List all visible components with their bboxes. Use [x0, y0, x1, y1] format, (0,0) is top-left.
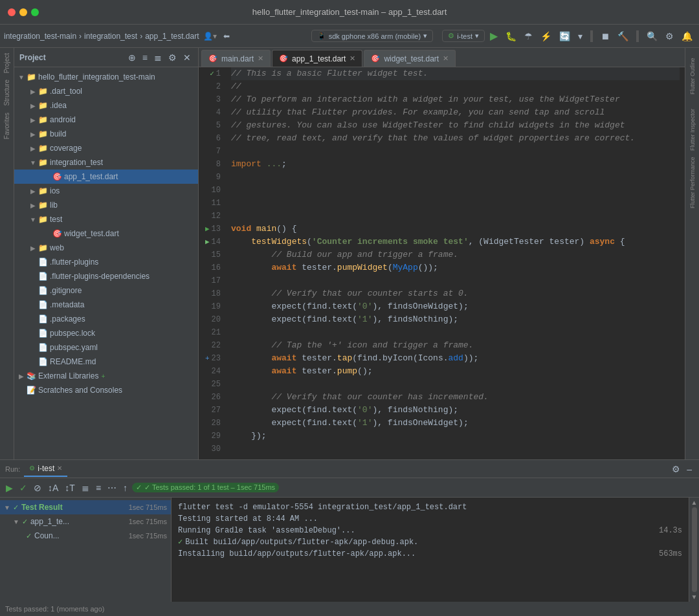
tree-ios[interactable]: ▶ 📁 ios — [14, 184, 198, 198]
console-output[interactable]: flutter test -d emulator-5554 integratio… — [172, 498, 689, 602]
close-button[interactable] — [8, 8, 16, 16]
run-tab-itest[interactable]: ⚙ i-test ✕ — [24, 461, 67, 477]
tree-android[interactable]: ▶ 📁 android — [14, 113, 198, 127]
tree-idea[interactable]: ▶ 📁 .idea — [14, 98, 198, 113]
run-config-selector[interactable]: ⚙ i-test ▾ — [442, 30, 485, 42]
gutter-ok-1[interactable]: ✓ — [210, 67, 214, 80]
tree-pubspec-yaml[interactable]: 📄 pubspec.yaml — [14, 340, 198, 355]
run-panel-settings[interactable]: ⚙ — [670, 463, 682, 476]
tree-build[interactable]: ▶ 📁 build — [14, 127, 198, 141]
settings-button[interactable]: ⚙ — [663, 30, 676, 43]
minimize-button[interactable] — [19, 8, 27, 16]
maximize-button[interactable] — [31, 8, 39, 16]
window-controls[interactable] — [8, 8, 39, 16]
profiler-nav-tab[interactable]: Profiler — [244, 602, 280, 617]
dart-analysis-nav-tab[interactable]: 🎯 Dart Analysis — [280, 602, 345, 617]
test-check-btn[interactable]: ✓ — [17, 481, 29, 494]
tree-web[interactable]: ▶ 📁 web — [14, 241, 198, 255]
scroll-down-btn[interactable]: ▼ — [691, 593, 698, 600]
coverage-button[interactable]: ☂ — [522, 30, 535, 43]
vcs-button[interactable]: ⬅ — [221, 30, 232, 42]
phone-icon: 📱 — [317, 32, 326, 40]
device-selector[interactable]: 📱 sdk gphone x86 arm (mobile) ▾ — [311, 30, 433, 42]
tests-passed-status[interactable]: ✓ Tests passed: 1 — [5, 604, 70, 615]
gutter-add-23[interactable]: + — [205, 352, 210, 365]
tree-dart-tool[interactable]: ▶ 📁 .dart_tool — [14, 84, 198, 98]
run-nav-tab[interactable]: ▶ Run — [75, 602, 108, 617]
tree-integration-test[interactable]: ▼ 📁 integration_test — [14, 155, 198, 170]
sort-duration-btn[interactable]: ↕T — [63, 481, 77, 494]
run-again-btn[interactable]: ▶ — [4, 481, 15, 494]
updates-button[interactable]: 🔔 — [679, 30, 695, 43]
test-result-counter[interactable]: ✓ Coun... 1sec 715ms — [0, 529, 171, 543]
collapse-all-btn[interactable]: ≡ — [94, 481, 103, 494]
filter-btn[interactable]: ⋯ — [105, 481, 118, 494]
run-panel-close[interactable]: – — [685, 463, 694, 476]
event-log-btn[interactable]: Event Log — [661, 606, 694, 613]
breadcrumb-file[interactable]: app_1_test.dart — [145, 32, 199, 41]
tree-coverage[interactable]: ▶ 📁 coverage — [14, 141, 198, 155]
tab-main-dart[interactable]: 🎯 main.dart ✕ — [201, 50, 271, 67]
sort-alpha-btn[interactable]: ↕A — [46, 481, 60, 494]
close-widget-test[interactable]: ✕ — [443, 54, 449, 63]
event-log-label[interactable]: Event Log — [661, 606, 694, 613]
sidebar-close-btn[interactable]: ✕ — [181, 52, 193, 63]
terminal-nav-tab[interactable]: ⬛ Terminal — [194, 602, 244, 617]
person-icon[interactable]: 👤▾ — [203, 32, 217, 41]
search-button[interactable]: 🔍 — [644, 30, 660, 43]
breadcrumb-folder[interactable]: integration_test — [84, 32, 137, 41]
test-result-root[interactable]: ▼ ✓ Test Result 1sec 715ms — [0, 500, 171, 514]
flutter-outline-btn[interactable]: Flutter Outline — [686, 50, 699, 102]
tree-metadata[interactable]: 📄 .metadata — [14, 298, 198, 312]
tree-widget-test[interactable]: 🎯 widget_test.dart — [14, 226, 198, 241]
sidebar-collapse-btn[interactable]: ≡ — [140, 52, 150, 63]
add-library-btn[interactable]: + — [101, 373, 105, 380]
tree-app-1-test[interactable]: 🎯 app_1_test.dart — [14, 170, 198, 184]
sidebar-title: Project — [19, 53, 46, 62]
prev-fail-btn[interactable]: ↑ — [121, 481, 129, 494]
sidebar-settings-btn[interactable]: ⚙ — [166, 52, 179, 63]
expand-all-btn[interactable]: ≣ — [80, 481, 91, 494]
ln-2: 2 — [199, 80, 221, 93]
favorites-tool-btn[interactable]: Favorites — [2, 110, 12, 142]
flutter-inspector-btn[interactable]: Flutter Inspector — [686, 104, 699, 155]
gutter-run-13[interactable]: ▶ — [205, 223, 210, 236]
code-editor[interactable]: ✓1 2 3 4 5 6 7 8 9 10 11 12 ▶13 ▶14 15 1… — [199, 67, 685, 459]
todo-nav-tab[interactable]: TODO — [109, 602, 142, 617]
gutter-ok-14[interactable]: ▶ — [205, 236, 210, 248]
debug-button[interactable]: 🐛 — [503, 30, 519, 43]
more-run-button[interactable]: ▾ — [575, 30, 585, 43]
sidebar-sync-btn[interactable]: ⊕ — [126, 52, 138, 63]
tab-widget-test[interactable]: 🎯 widget_test.dart ✕ — [364, 50, 456, 67]
problems-nav-tab[interactable]: ⚠ Problems — [142, 602, 194, 617]
tree-flutter-plugins-dep[interactable]: 📄 .flutter-plugins-dependencies — [14, 269, 198, 283]
scroll-up-btn[interactable]: ▲ — [691, 499, 698, 506]
tree-external-libraries[interactable]: ▶ 📚 External Libraries + — [14, 369, 198, 383]
stop-run-btn[interactable]: ⊘ — [32, 481, 43, 494]
run-with-profiler-button[interactable]: ⚡ — [538, 30, 554, 43]
tab-app-1-test[interactable]: 🎯 app_1_test.dart ✕ — [272, 50, 362, 67]
tree-gitignore[interactable]: 📄 .gitignore — [14, 283, 198, 298]
sidebar-more-btn[interactable]: ≣ — [152, 52, 164, 63]
flutter-performance-btn[interactable]: Flutter Performance — [686, 157, 699, 208]
close-itest-tab[interactable]: ✕ — [57, 465, 62, 472]
tree-root[interactable]: ▼ 📁 hello_flutter_integration_test-main — [14, 70, 198, 84]
test-result-app1[interactable]: ▼ ✓ app_1_te... 1sec 715ms — [0, 514, 171, 529]
run-button[interactable]: ▶ — [487, 28, 500, 43]
tree-lib[interactable]: ▶ 📁 lib — [14, 198, 198, 212]
stop-button[interactable]: ⏹ — [598, 30, 612, 43]
reload-button[interactable]: 🔄 — [557, 30, 573, 43]
tree-readme[interactable]: 📄 README.md — [14, 355, 198, 369]
close-app-1-test[interactable]: ✕ — [350, 54, 355, 63]
tree-scratches[interactable]: 📝 Scratches and Consoles — [14, 383, 198, 397]
build-button[interactable]: 🔨 — [615, 30, 631, 43]
structure-tool-btn[interactable]: Structure — [2, 77, 12, 109]
tree-pubspec-lock[interactable]: 📄 pubspec.lock — [14, 326, 198, 340]
tree-packages[interactable]: 📄 .packages — [14, 312, 198, 326]
project-tool-btn[interactable]: Project — [2, 50, 12, 76]
tree-test[interactable]: ▼ 📁 test — [14, 212, 198, 226]
breadcrumb-project[interactable]: integration_test-main — [4, 32, 76, 41]
tree-flutter-plugins[interactable]: 📄 .flutter-plugins — [14, 255, 198, 269]
close-main-dart[interactable]: ✕ — [258, 54, 263, 63]
console-scrollbar[interactable]: ▲ ▼ — [689, 498, 699, 602]
